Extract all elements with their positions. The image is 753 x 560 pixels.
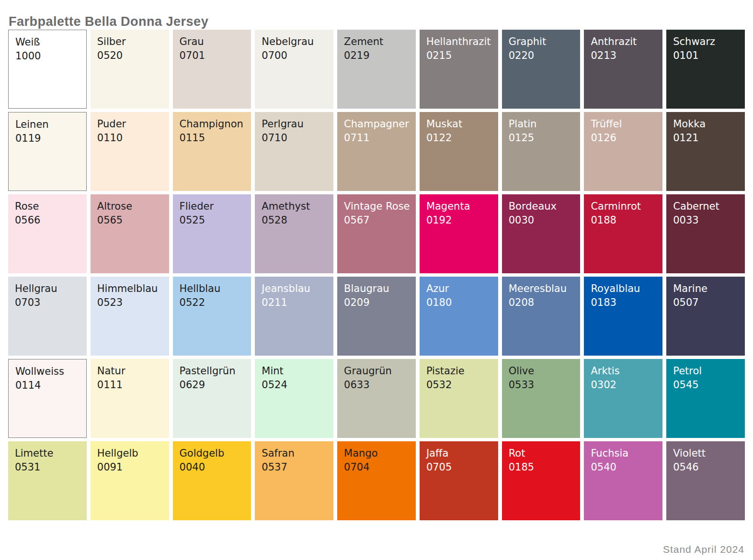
swatch-code: 0030	[509, 213, 581, 227]
swatch-code: 0192	[426, 213, 498, 227]
color-swatch-0302: Arktis0302	[584, 359, 662, 438]
swatch-name: Cabernet	[673, 200, 745, 213]
color-swatch-0629: Pastellgrün0629	[173, 359, 251, 438]
color-swatch-0219: Zement0219	[337, 30, 416, 109]
swatch-code: 0219	[344, 49, 416, 63]
color-swatch-0528: Amethyst0528	[255, 194, 333, 273]
swatch-name: Pistazie	[426, 364, 498, 378]
swatch-code: 0180	[426, 296, 498, 310]
color-swatch-0033: Cabernet0033	[666, 194, 745, 273]
color-swatch-0213: Anthrazit0213	[584, 30, 662, 109]
swatch-name: Altrose	[97, 200, 169, 213]
swatch-name: Bordeaux	[509, 200, 581, 213]
swatch-code: 0546	[673, 460, 745, 474]
swatch-code: 0701	[180, 49, 251, 63]
swatch-code: 0567	[344, 213, 416, 227]
color-swatch-0507: Marine0507	[666, 277, 745, 356]
color-palette-page: Farbpalette Bella Donna Jersey Weiß1000S…	[0, 0, 753, 560]
swatch-code: 0121	[673, 131, 745, 145]
swatch-name: Mango	[344, 447, 416, 460]
swatch-code: 0565	[97, 213, 169, 227]
swatch-code: 0208	[509, 296, 581, 310]
swatch-name: Natur	[97, 364, 169, 378]
swatch-code: 0545	[673, 378, 745, 392]
color-swatch-0183: Royalblau0183	[584, 277, 662, 356]
color-swatch-0126: Trüffel0126	[584, 112, 662, 191]
swatch-name: Graugrün	[344, 364, 416, 378]
swatch-code: 0185	[509, 460, 581, 474]
swatch-name: Olive	[509, 364, 581, 378]
swatch-name: Grau	[180, 35, 251, 49]
swatch-name: Zement	[344, 35, 416, 49]
swatch-code: 0507	[673, 296, 745, 310]
swatch-name: Arktis	[591, 364, 662, 378]
swatch-name: Wollweiss	[15, 365, 86, 379]
swatch-code: 0629	[180, 378, 251, 392]
swatch-code: 0705	[426, 460, 498, 474]
color-swatch-0704: Mango0704	[337, 441, 416, 520]
color-swatch-0533: Olive0533	[502, 359, 581, 438]
swatch-name: Vintage Rose	[344, 200, 416, 213]
swatch-code: 0302	[591, 378, 662, 392]
swatch-name: Flieder	[180, 200, 251, 213]
swatch-code: 0188	[591, 213, 662, 227]
color-swatch-0220: Graphit0220	[502, 30, 581, 109]
color-swatch-0520: Silber0520	[91, 30, 169, 109]
swatch-name: Goldgelb	[180, 447, 251, 460]
swatch-name: Anthrazit	[591, 35, 662, 49]
swatch-name: Hellblau	[180, 282, 251, 296]
swatch-code: 0114	[15, 379, 86, 392]
swatch-name: Weiß	[15, 35, 86, 49]
swatch-name: Nebelgrau	[262, 35, 333, 49]
swatch-code: 0531	[15, 460, 87, 474]
swatch-code: 0101	[673, 49, 745, 63]
swatch-name: Puder	[97, 117, 169, 131]
color-swatch-0215: Hellanthrazit0215	[420, 30, 498, 109]
swatch-name: Mint	[262, 364, 333, 378]
color-swatch-0208: Meeresblau0208	[502, 277, 581, 356]
swatch-name: Perlgrau	[262, 117, 333, 131]
swatch-code: 0125	[509, 131, 581, 145]
swatch-code: 0533	[509, 378, 581, 392]
swatch-code: 0523	[97, 296, 169, 310]
swatch-name: Mokka	[673, 117, 745, 131]
swatch-code: 0209	[344, 296, 416, 310]
color-swatch-0110: Puder0110	[91, 112, 169, 191]
color-swatch-0185: Rot0185	[502, 441, 581, 520]
swatch-name: Schwarz	[673, 35, 745, 49]
color-swatch-0705: Jaffa0705	[420, 441, 498, 520]
page-title: Farbpalette Bella Donna Jersey	[0, 0, 753, 30]
swatch-code: 0115	[180, 131, 251, 145]
swatch-code: 0122	[426, 131, 498, 145]
color-swatch-0125: Platin0125	[502, 112, 581, 191]
swatch-code: 0220	[509, 49, 581, 63]
color-swatch-1000: Weiß1000	[8, 30, 87, 109]
swatch-code: 0532	[426, 378, 498, 392]
swatch-name: Leinen	[15, 118, 86, 132]
swatch-code: 0710	[262, 131, 333, 145]
color-swatch-0537: Safran0537	[255, 441, 333, 520]
swatch-name: Fuchsia	[591, 447, 662, 460]
swatch-code: 0540	[591, 460, 662, 474]
swatch-code: 0215	[426, 49, 498, 63]
color-swatch-0121: Mokka0121	[666, 112, 745, 191]
color-swatch-0209: Blaugrau0209	[337, 277, 416, 356]
swatch-code: 0213	[591, 49, 662, 63]
color-swatch-0522: Hellblau0522	[173, 277, 251, 356]
color-swatch-0565: Altrose0565	[91, 194, 169, 273]
swatch-name: Marine	[673, 282, 745, 296]
swatch-code: 0111	[97, 378, 169, 392]
swatch-name: Hellgrau	[15, 282, 87, 296]
color-swatch-0040: Goldgelb0040	[173, 441, 251, 520]
swatch-name: Hellanthrazit	[426, 35, 498, 49]
color-swatch-0211: Jeansblau0211	[255, 277, 333, 356]
swatch-name: Platin	[509, 117, 581, 131]
swatch-name: Carminrot	[591, 200, 662, 213]
swatch-name: Trüffel	[591, 117, 662, 131]
swatch-code: 0711	[344, 131, 416, 145]
swatch-code: 0528	[262, 213, 333, 227]
swatch-code: 0633	[344, 378, 416, 392]
swatch-code: 0211	[262, 296, 333, 310]
color-swatch-0566: Rose0566	[8, 194, 87, 273]
swatch-name: Champagner	[344, 117, 416, 131]
